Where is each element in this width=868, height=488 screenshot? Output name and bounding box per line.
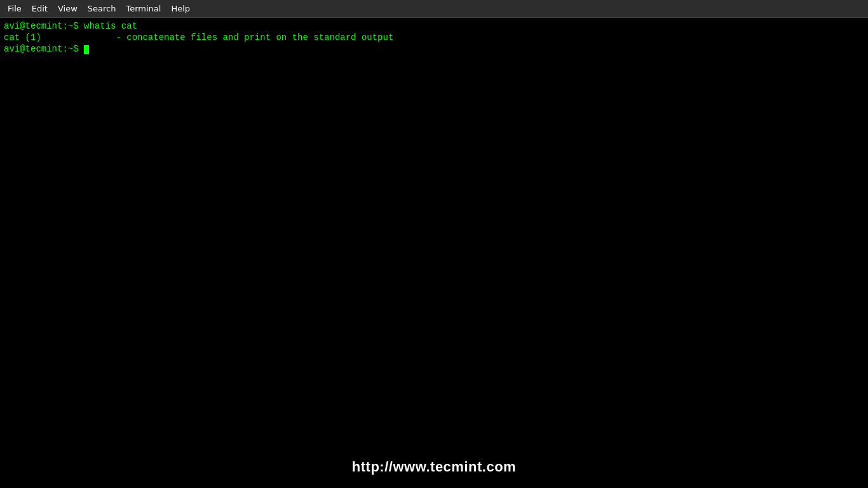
menu-search[interactable]: Search <box>83 2 121 15</box>
menu-edit[interactable]: Edit <box>27 2 53 15</box>
terminal-prompt: avi@tecmint:~$ <box>4 43 864 55</box>
menu-help[interactable]: Help <box>166 2 195 15</box>
menubar: File Edit View Search Terminal Help <box>0 0 868 18</box>
watermark: http://www.tecmint.com <box>0 459 868 475</box>
terminal-window[interactable]: avi@tecmint:~$ whatis cat cat (1) - conc… <box>0 18 868 463</box>
menu-view[interactable]: View <box>53 2 83 15</box>
menu-terminal[interactable]: Terminal <box>121 2 166 15</box>
menu-file[interactable]: File <box>3 2 27 15</box>
terminal-line-1: avi@tecmint:~$ whatis cat <box>4 20 864 32</box>
terminal-line-2: cat (1) - concatenate files and print on… <box>4 32 864 43</box>
terminal-cursor <box>84 45 89 54</box>
